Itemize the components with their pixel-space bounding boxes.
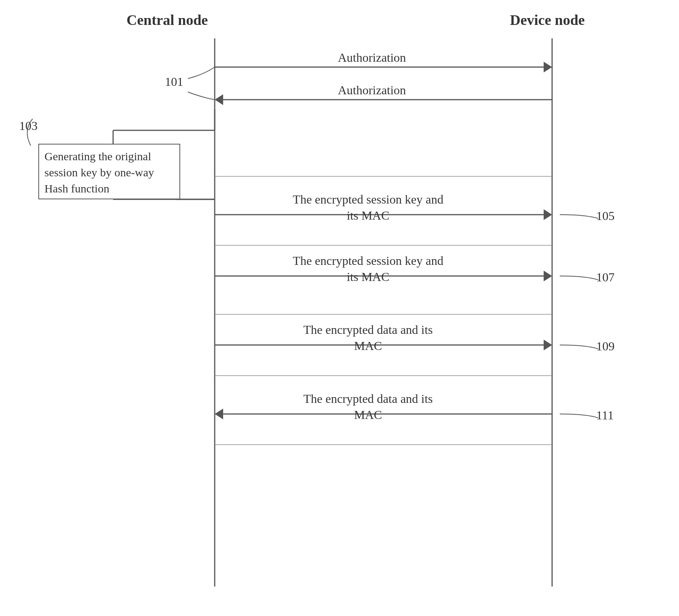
process-box-text: Generating the originalsession key by on…: [44, 150, 154, 195]
svg-marker-18: [544, 340, 552, 350]
svg-marker-5: [215, 94, 223, 105]
svg-marker-3: [544, 62, 552, 72]
ref-105: 105: [596, 209, 615, 223]
diagram-container: Central node Device node Authorization A…: [0, 0, 679, 616]
arrow4-label: The encrypted session key andits MAC: [261, 253, 475, 285]
svg-marker-20: [215, 409, 223, 419]
arrow3-label: The encrypted session key andits MAC: [261, 192, 475, 223]
arrow6-label: The encrypted data and itsMAC: [261, 391, 475, 423]
process-box: Generating the originalsession key by on…: [38, 144, 180, 199]
ref-103: 103: [19, 119, 38, 133]
central-node-label: Central node: [127, 11, 208, 28]
svg-marker-16: [544, 271, 552, 281]
device-node-label: Device node: [510, 11, 585, 28]
ref-109: 109: [596, 339, 615, 353]
arrow5-label: The encrypted data and itsMAC: [261, 322, 475, 354]
ref-107: 107: [596, 270, 615, 284]
arrow2-label: Authorization: [314, 82, 429, 99]
ref-101: 101: [165, 75, 183, 89]
arrow1-label: Authorization: [314, 50, 429, 66]
ref-111: 111: [596, 408, 614, 422]
svg-marker-14: [544, 209, 552, 220]
